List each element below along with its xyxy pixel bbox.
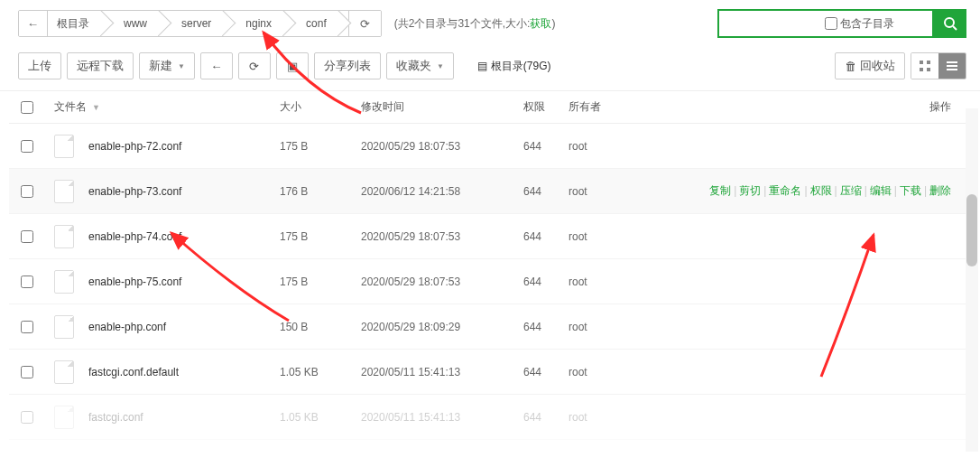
file-icon: [54, 270, 74, 294]
file-name-cell[interactable]: fastcgi.conf: [45, 406, 280, 429]
col-owner-header[interactable]: 所有者: [569, 99, 641, 115]
scrollbar-thumb[interactable]: [966, 194, 977, 266]
file-name-cell[interactable]: enable-php-73.conf: [45, 180, 280, 203]
svg-point-0: [945, 18, 954, 27]
file-size-cell: 175 B: [280, 140, 361, 153]
row-checkbox[interactable]: [21, 185, 33, 198]
file-owner-cell: root: [569, 411, 641, 424]
view-toggle: [911, 52, 966, 79]
file-owner-cell: root: [569, 140, 641, 153]
favorites-button[interactable]: 收藏夹▼: [386, 52, 454, 79]
file-date-cell: 2020/06/12 14:21:58: [361, 185, 523, 198]
file-icon: [54, 315, 74, 339]
remote-download-button[interactable]: 远程下载: [67, 52, 134, 79]
row-checkbox[interactable]: [21, 276, 33, 288]
row-checkbox[interactable]: [21, 321, 33, 333]
file-perm-cell: 644: [523, 140, 569, 153]
back-button[interactable]: ←: [200, 52, 233, 79]
svg-rect-4: [920, 68, 923, 71]
list-icon: [946, 60, 958, 72]
file-perm-cell: 644: [523, 276, 569, 288]
recycle-bin-button[interactable]: 🗑 回收站: [835, 52, 905, 79]
include-subdir-checkbox[interactable]: [825, 17, 837, 30]
file-owner-cell: root: [569, 366, 641, 378]
col-date-header[interactable]: 修改时间: [361, 99, 523, 115]
file-perm-cell: 644: [523, 321, 569, 333]
search-button[interactable]: [934, 9, 966, 38]
file-icon: [54, 225, 74, 248]
svg-rect-7: [947, 65, 957, 67]
file-name-cell[interactable]: fastcgi.conf.default: [45, 360, 280, 384]
file-date-cell: 2020/05/29 18:07:53: [361, 230, 523, 243]
file-name-cell[interactable]: enable-php-74.conf: [45, 225, 280, 248]
grid-view-button[interactable]: [911, 53, 938, 79]
search-group: 包含子目录: [717, 9, 966, 38]
scrollbar-track[interactable]: [966, 108, 978, 452]
svg-rect-5: [927, 68, 930, 71]
svg-rect-6: [947, 61, 957, 63]
table-row[interactable]: enable-php-75.conf 175 B 2020/05/29 18:0…: [9, 259, 969, 304]
select-all-checkbox[interactable]: [21, 101, 33, 114]
search-icon: [943, 16, 957, 31]
file-size-cell: 1.05 KB: [280, 366, 361, 378]
table-header: 文件名 ▼ 大小 修改时间 权限 所有者 操作: [9, 91, 969, 124]
col-size-header[interactable]: 大小: [280, 99, 361, 115]
file-owner-cell: root: [569, 185, 641, 198]
caret-down-icon: ▼: [178, 62, 185, 70]
svg-line-1: [953, 26, 957, 30]
sort-icon: ▼: [92, 103, 100, 112]
file-date-cell: 2020/05/29 18:07:53: [361, 140, 523, 153]
table-row[interactable]: enable-php-73.conf 176 B 2020/06/12 14:2…: [9, 169, 969, 214]
file-size-cell: 150 B: [280, 321, 361, 333]
file-perm-cell: 644: [523, 411, 569, 424]
new-button[interactable]: 新建▼: [139, 52, 195, 79]
file-icon: [54, 180, 74, 203]
row-checkbox[interactable]: [21, 230, 33, 243]
file-icon: [54, 360, 74, 384]
file-name-cell[interactable]: enable-php-72.conf: [45, 135, 280, 158]
topbar: ← 根目录 www server nginx conf ⟳ (共2个目录与31个…: [0, 0, 980, 47]
breadcrumb-bar: ← 根目录 www server nginx conf ⟳: [18, 10, 382, 37]
terminal-button[interactable]: ▣: [276, 52, 309, 79]
caret-down-icon: ▼: [437, 62, 444, 70]
file-date-cell: 2020/05/29 18:07:53: [361, 276, 523, 288]
share-list-button[interactable]: 分享列表: [314, 52, 381, 79]
dir-summary: (共2个目录与31个文件,大小:获取): [394, 16, 556, 32]
col-ops-header: 操作: [641, 99, 969, 115]
table-row[interactable]: fastcgi.conf 1.05 KB 2020/05/11 15:41:13…: [9, 395, 969, 440]
list-view-button[interactable]: [938, 53, 966, 79]
disk-icon: ▤: [477, 60, 487, 72]
table-row[interactable]: enable-php-72.conf 175 B 2020/05/29 18:0…: [9, 124, 969, 169]
back-button[interactable]: ←: [19, 11, 48, 36]
file-name-cell[interactable]: enable-php.conf: [45, 315, 280, 339]
file-date-cell: 2020/05/29 18:09:29: [361, 321, 523, 333]
file-size-cell: 175 B: [280, 276, 361, 288]
refresh-button[interactable]: ⟳: [238, 52, 271, 79]
upload-button[interactable]: 上传: [18, 52, 61, 79]
table-row[interactable]: fastcgi.conf.default 1.05 KB 2020/05/11 …: [9, 350, 969, 395]
file-name-cell[interactable]: enable-php-75.conf: [45, 270, 280, 294]
grid-icon: [919, 60, 931, 72]
include-subdir-label[interactable]: 包含子目录: [825, 16, 898, 32]
breadcrumb-item[interactable]: 根目录: [48, 11, 104, 36]
svg-rect-8: [947, 69, 957, 70]
file-size-cell: 1.05 KB: [280, 411, 361, 424]
refresh-icon[interactable]: ⟳: [348, 11, 381, 36]
file-date-cell: 2020/05/11 15:41:13: [361, 366, 523, 378]
file-perm-cell: 644: [523, 366, 569, 378]
col-perm-header[interactable]: 权限: [523, 99, 569, 115]
row-checkbox[interactable]: [21, 366, 33, 378]
file-perm-cell: 644: [523, 230, 569, 243]
row-checkbox[interactable]: [21, 140, 33, 153]
file-owner-cell: root: [569, 321, 641, 333]
table-row[interactable]: enable-php-74.conf 175 B 2020/05/29 18:0…: [9, 214, 969, 259]
trash-icon: 🗑: [845, 60, 856, 73]
file-size-cell: 176 B: [280, 185, 361, 198]
fetch-size-link[interactable]: 获取: [530, 17, 551, 30]
file-ops-cell[interactable]: 复制|剪切|重命名|权限|压缩|编辑|下载|删除: [641, 183, 969, 199]
toolbar: 上传 远程下载 新建▼ ← ⟳ ▣ 分享列表 收藏夹▼ ▤ 根目录(79G) 🗑…: [0, 47, 980, 91]
file-owner-cell: root: [569, 230, 641, 243]
table-row[interactable]: enable-php.conf 150 B 2020/05/29 18:09:2…: [9, 304, 969, 350]
col-name-header[interactable]: 文件名 ▼: [45, 99, 280, 115]
row-checkbox[interactable]: [21, 411, 33, 424]
